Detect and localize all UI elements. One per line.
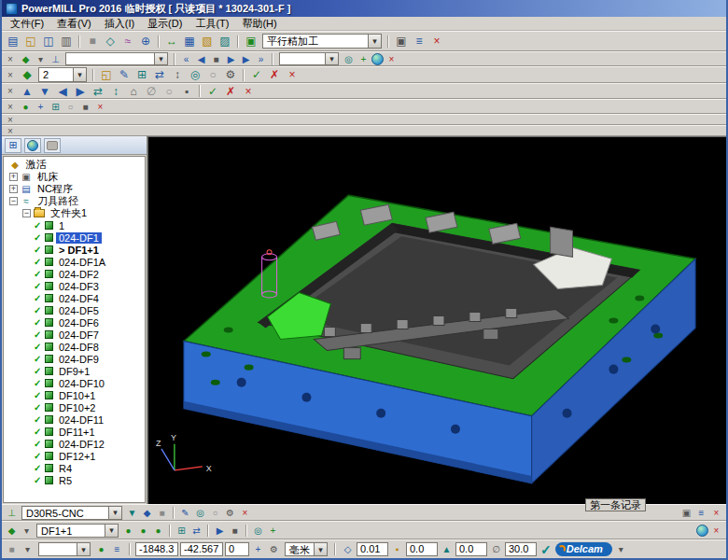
gear-icon[interactable]: ⚙ <box>223 507 237 519</box>
measure-icon[interactable]: ↔ <box>163 34 180 49</box>
dropdown-icon[interactable]: ▾ <box>34 53 48 65</box>
list-icon[interactable]: ≡ <box>110 543 124 555</box>
mirror-icon[interactable]: ⇄ <box>90 84 106 99</box>
play-to-end-icon[interactable]: » <box>254 53 268 65</box>
toolpath-item[interactable]: ✓ 024-DF10 <box>6 377 145 389</box>
swap-icon[interactable]: ⇄ <box>151 67 168 82</box>
circle-icon[interactable]: ○ <box>63 101 77 113</box>
check-icon[interactable]: ✓ <box>34 220 44 231</box>
folder-dropdown-icon[interactable]: ◱ <box>98 67 115 82</box>
cancel-icon[interactable]: ✗ <box>222 84 239 99</box>
add-icon[interactable]: + <box>34 101 48 113</box>
check-icon[interactable]: ✓ <box>34 257 44 267</box>
play-icon[interactable]: ▶ <box>224 53 238 65</box>
tool-select-icon[interactable]: ⊥ <box>49 53 63 65</box>
toolpath-item[interactable]: ✓ DF10+1 <box>6 389 145 401</box>
forms-icon[interactable]: ▧ <box>199 34 216 49</box>
toolpath-item[interactable]: ✓ DF12+1 <box>6 450 145 462</box>
toolpath-item[interactable]: ✓ 024-DF5 <box>6 304 145 316</box>
viewmill-sphere-icon[interactable] <box>696 525 708 537</box>
check-icon[interactable]: ✓ <box>34 439 44 449</box>
home-icon[interactable]: ⌂ <box>125 84 142 99</box>
print-icon[interactable]: ▥ <box>58 34 75 49</box>
chevron-down-icon[interactable]: ▾ <box>314 543 327 555</box>
toolpath-item[interactable]: ✓ 024-DF9 <box>6 353 145 365</box>
toolpath-item-selected[interactable]: ✓ 024-DF1 <box>6 231 145 244</box>
list-icon[interactable]: ≡ <box>694 507 708 519</box>
accept-icon[interactable]: ✓ <box>204 84 221 99</box>
toolbar-close-icon[interactable]: × <box>240 84 257 99</box>
stop-icon[interactable]: ■ <box>78 101 92 113</box>
level-icon[interactable]: ◆ <box>19 67 35 82</box>
toolpath-item[interactable]: ✓ 024-DF1A <box>6 256 145 268</box>
check-icon[interactable]: ✓ <box>34 354 44 364</box>
check-icon[interactable]: ✓ <box>34 342 44 352</box>
chevron-down-icon[interactable]: ▾ <box>154 53 167 64</box>
move-right-icon[interactable]: ▶ <box>72 84 89 99</box>
viewmill-sphere-icon[interactable] <box>371 53 384 65</box>
calculator-icon[interactable]: ▦ <box>181 34 198 49</box>
play-to-start-icon[interactable]: « <box>179 53 193 65</box>
status-dot-icon[interactable]: ● <box>136 525 150 537</box>
check-icon[interactable]: ✓ <box>34 366 44 376</box>
dialog-icon[interactable]: ▣ <box>393 34 410 49</box>
status-dot-icon[interactable]: ● <box>19 101 33 113</box>
toolpath-item[interactable]: ✓ R4 <box>6 462 145 474</box>
chevron-down-icon[interactable]: ▾ <box>73 68 86 81</box>
stop-icon[interactable]: ■ <box>228 525 242 537</box>
collapse-icon[interactable]: − <box>9 197 18 205</box>
check-icon[interactable]: ✓ <box>34 317 44 328</box>
menu-display[interactable]: 显示(D) <box>141 17 189 31</box>
move-up-icon[interactable]: ▲ <box>19 84 35 99</box>
dock-close-icon[interactable]: × <box>5 86 16 97</box>
toolbar-close-icon[interactable]: × <box>93 101 107 113</box>
locate-icon[interactable]: ◎ <box>187 67 203 82</box>
expand-icon[interactable]: + <box>9 173 18 181</box>
toolpath-item[interactable]: ✓ 024-DF11 <box>6 413 145 426</box>
check-icon[interactable]: ✓ <box>34 402 44 413</box>
circle-icon[interactable]: ○ <box>204 67 221 82</box>
updown-icon[interactable]: ↕ <box>169 67 186 82</box>
menu-file[interactable]: 文件(F) <box>4 17 50 31</box>
check-icon[interactable]: ✓ <box>34 232 44 243</box>
block-icon[interactable]: ■ <box>84 34 101 49</box>
menu-insert[interactable]: 插入(I) <box>98 17 141 31</box>
toolpath-item[interactable]: ✓ 024-DF12 <box>6 438 145 450</box>
toolpath-item[interactable]: ✓ 024-DF7 <box>6 329 145 341</box>
toolbar-close-icon[interactable]: × <box>709 525 723 537</box>
dialog-icon[interactable]: ▣ <box>679 507 693 519</box>
toolpath-item[interactable]: ✓ DF11+1 <box>6 426 145 438</box>
stop-icon[interactable]: ■ <box>209 53 223 65</box>
viewport-3d[interactable]: X Y Z <box>147 136 726 504</box>
toolpath-item[interactable]: ✓ DF10+2 <box>6 401 145 413</box>
target-icon[interactable]: ◎ <box>342 53 356 65</box>
add-icon[interactable]: + <box>357 53 371 65</box>
check-icon[interactable]: ✓ <box>34 414 44 425</box>
active-toolpath-combo[interactable]: DF1+1 ▾ <box>36 524 119 538</box>
statistics-icon[interactable]: ≡ <box>411 34 427 49</box>
toolpath-item[interactable]: ✓ 024-DF6 <box>6 316 145 329</box>
dropdown-icon[interactable]: ▾ <box>20 525 34 537</box>
toolpath-item[interactable]: ✓ 1 <box>6 219 145 231</box>
draw-icon[interactable]: ✎ <box>116 67 133 82</box>
check-icon[interactable]: ✓ <box>34 245 44 255</box>
gear-icon[interactable]: ⚙ <box>222 67 239 82</box>
circle-icon[interactable]: ○ <box>208 507 222 519</box>
chevron-down-icon[interactable]: ▾ <box>325 53 338 64</box>
tool-icon[interactable]: ⊥ <box>5 507 19 519</box>
toolbar-close-icon[interactable]: × <box>238 507 252 519</box>
chevron-down-icon[interactable]: ▾ <box>108 507 121 519</box>
toolpath-item[interactable]: ✓ DF9+1 <box>6 365 145 377</box>
dock-close-icon[interactable]: × <box>5 125 16 136</box>
active-tool-combo[interactable]: D30R5-CNC ▾ <box>21 506 122 520</box>
dock-close-icon[interactable]: × <box>5 69 16 80</box>
null-icon[interactable]: ∅ <box>143 84 160 99</box>
point-icon[interactable]: ▪ <box>178 84 195 99</box>
check-icon[interactable]: ✓ <box>34 329 44 340</box>
levels-combo[interactable]: 2 ▾ <box>38 67 87 82</box>
save-project-icon[interactable]: ◫ <box>40 34 57 49</box>
cancel-icon[interactable]: ✗ <box>266 67 283 82</box>
stretch-icon[interactable]: ↕ <box>107 84 124 99</box>
grid-icon[interactable]: ⊞ <box>49 101 63 113</box>
menu-view[interactable]: 查看(V) <box>50 17 98 31</box>
